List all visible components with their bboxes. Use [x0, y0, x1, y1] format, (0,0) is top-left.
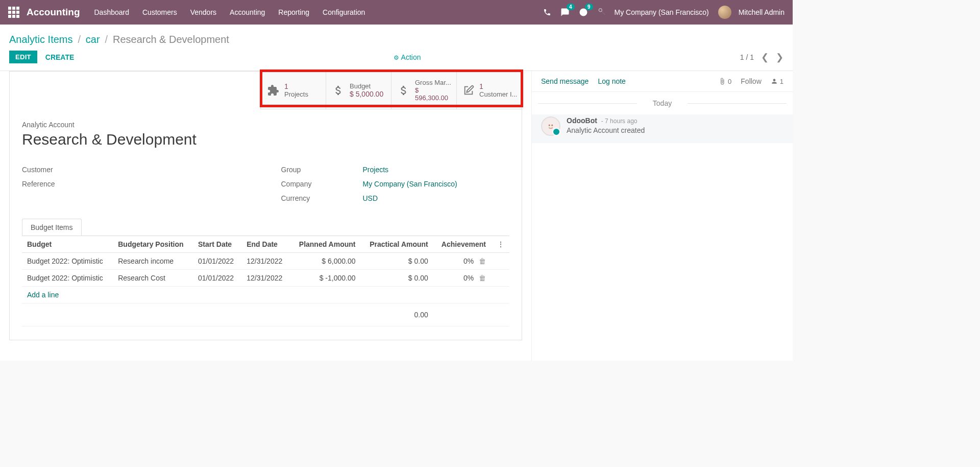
company-label: Company: [281, 180, 363, 188]
breadcrumb: Analytic Items / car / Research & Develo…: [0, 25, 793, 48]
crumb-car[interactable]: car: [86, 34, 100, 45]
app-name: Accounting: [27, 7, 80, 18]
tab-budget-items[interactable]: Budget Items: [22, 219, 82, 236]
follow-button[interactable]: Follow: [741, 77, 761, 85]
nav-dashboard[interactable]: Dashboard: [94, 8, 130, 16]
currency-value[interactable]: USD: [363, 194, 378, 202]
stat-gross-margin[interactable]: Gross Mar...$ 596,300.00: [391, 72, 456, 109]
trash-icon[interactable]: 🗑: [479, 274, 486, 282]
user-menu[interactable]: Mitchell Admin: [718, 6, 785, 19]
activities-badge: 9: [585, 4, 593, 10]
svg-point-0: [549, 125, 550, 126]
col-options-icon[interactable]: ⋮: [491, 236, 509, 253]
nav-customers[interactable]: Customers: [142, 8, 177, 16]
crumb-current: Research & Development: [113, 34, 229, 45]
topbar: Accounting Dashboard Customers Vendors A…: [0, 0, 793, 25]
add-line-link[interactable]: Add a line: [22, 287, 509, 303]
pager: 1 / 1 ❮ ❯: [740, 52, 783, 63]
pager-prev-icon[interactable]: ❮: [761, 52, 769, 63]
col-budget[interactable]: Budget: [22, 236, 113, 253]
log-note-button[interactable]: Log note: [598, 77, 626, 85]
col-position[interactable]: Budgetary Position: [113, 236, 193, 253]
stat-buttons: 1Projects Budget$ 5,000.00 Gross Mar...$…: [260, 72, 522, 109]
messages-badge: 4: [567, 4, 575, 10]
table-row[interactable]: Budget 2022: OptimisticResearch income01…: [22, 253, 509, 270]
svg-point-1: [552, 125, 553, 126]
customer-label: Customer: [22, 166, 104, 174]
table-row[interactable]: Budget 2022: OptimisticResearch Cost01/0…: [22, 270, 509, 287]
nav-accounting[interactable]: Accounting: [230, 8, 265, 16]
chatter-message[interactable]: OdooBot - 7 hours ago Analytic Account c…: [532, 114, 793, 143]
trash-icon[interactable]: 🗑: [479, 257, 486, 265]
col-end[interactable]: End Date: [241, 236, 290, 253]
action-dropdown[interactable]: Action: [394, 53, 421, 61]
nav-configuration[interactable]: Configuration: [323, 8, 365, 16]
stat-projects[interactable]: 1Projects: [260, 72, 326, 109]
msg-time: - 7 hours ago: [601, 118, 638, 125]
col-practical[interactable]: Practical Amount: [361, 236, 433, 253]
avatar: [718, 6, 731, 19]
debug-icon[interactable]: [597, 8, 605, 16]
record-card: 1Projects Budget$ 5,000.00 Gross Mar...$…: [9, 71, 522, 340]
group-label: Group: [281, 166, 363, 174]
today-divider: Today: [532, 99, 793, 107]
group-value[interactable]: Projects: [363, 166, 389, 174]
action-row: EDIT CREATE Action 1 / 1 ❮ ❯: [0, 48, 793, 71]
main-nav: Dashboard Customers Vendors Accounting R…: [94, 8, 365, 16]
page-title: Research & Development: [22, 131, 509, 148]
nav-reporting[interactable]: Reporting: [278, 8, 309, 16]
activities-icon[interactable]: 9: [579, 8, 588, 17]
apps-icon[interactable]: [8, 7, 19, 18]
col-achievement[interactable]: Achievement: [433, 236, 491, 253]
analytic-account-label: Analytic Account: [22, 121, 509, 129]
reference-label: Reference: [22, 180, 104, 188]
phone-icon[interactable]: [543, 8, 551, 16]
topbar-right: 4 9 My Company (San Francisco) Mitchell …: [543, 6, 785, 19]
budget-items-table: Budget Budgetary Position Start Date End…: [22, 236, 509, 326]
currency-label: Currency: [281, 194, 363, 202]
msg-text: Analytic Account created: [567, 126, 645, 134]
dollar-icon: [398, 84, 410, 97]
chatter: Send message Log note 0 Follow 1 Today: [531, 71, 793, 361]
bot-avatar-icon: [541, 116, 560, 136]
dollar-icon: [332, 84, 345, 97]
attachments-button[interactable]: 0: [719, 78, 731, 85]
create-button[interactable]: CREATE: [45, 53, 75, 61]
msg-author: OdooBot: [567, 116, 597, 125]
edit-button[interactable]: EDIT: [9, 51, 37, 63]
crumb-analytic-items[interactable]: Analytic Items: [9, 34, 72, 45]
company-value[interactable]: My Company (San Francisco): [363, 180, 457, 188]
nav-vendors[interactable]: Vendors: [190, 8, 216, 16]
foot-practical: 0.00: [361, 303, 433, 326]
stat-budget[interactable]: Budget$ 5,000.00: [326, 72, 391, 109]
send-message-button[interactable]: Send message: [541, 77, 589, 85]
company-name[interactable]: My Company (San Francisco): [615, 8, 709, 16]
pager-next-icon[interactable]: ❯: [776, 52, 783, 63]
stat-customer-invoices[interactable]: 1Customer I...: [456, 72, 522, 109]
puzzle-icon: [267, 84, 279, 97]
col-start[interactable]: Start Date: [193, 236, 241, 253]
col-planned[interactable]: Planned Amount: [290, 236, 360, 253]
pager-count: 1 / 1: [740, 53, 754, 61]
user-name: Mitchell Admin: [739, 8, 785, 16]
edit-icon: [463, 85, 474, 96]
messages-icon[interactable]: 4: [560, 8, 570, 17]
followers-button[interactable]: 1: [771, 78, 783, 85]
